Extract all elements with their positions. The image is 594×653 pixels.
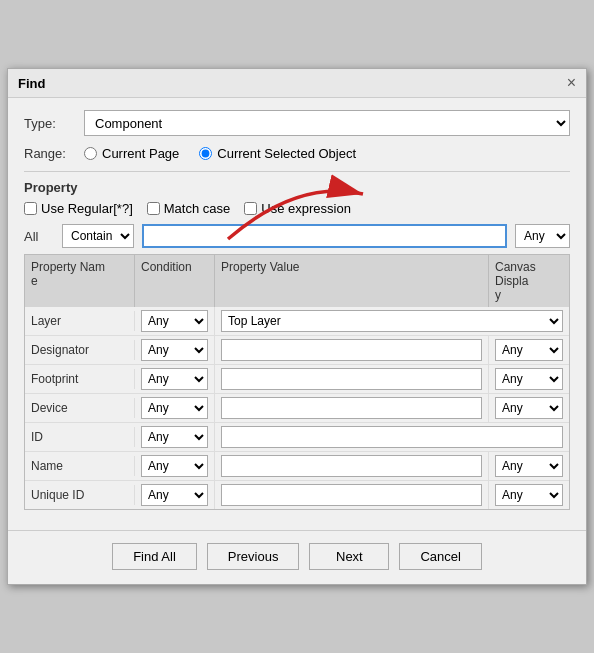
col-canvas-display: Canvas Display [489, 255, 569, 307]
row-designator-value[interactable] [215, 336, 489, 364]
property-header: Property [24, 180, 570, 195]
row-device-display[interactable]: Any [489, 394, 569, 422]
footprint-display-select[interactable]: Any [495, 368, 563, 390]
match-case-label: Match case [164, 201, 230, 216]
dialog-title: Find [18, 76, 45, 91]
row-footprint-display[interactable]: Any [489, 365, 569, 393]
layer-value-select[interactable]: Top Layer [221, 310, 563, 332]
range-option-selected-object[interactable]: Current Selected Object [199, 146, 356, 161]
row-id-condition[interactable]: Any [135, 423, 215, 451]
table-row: ID Any [25, 423, 569, 452]
row-designator-name: Designator [25, 340, 135, 360]
radio-group: Current Page Current Selected Object [84, 146, 356, 161]
row-id-name: ID [25, 427, 135, 447]
row-footprint-value[interactable] [215, 365, 489, 393]
next-button[interactable]: Next [309, 543, 389, 570]
table-header: Property Name Condition Property Value C… [24, 254, 570, 307]
cancel-button[interactable]: Cancel [399, 543, 481, 570]
footprint-value-input[interactable] [221, 368, 482, 390]
row-uniqueid-value[interactable] [215, 481, 489, 509]
designator-value-input[interactable] [221, 339, 482, 361]
uniqueid-condition-select[interactable]: Any [141, 484, 208, 506]
row-footprint-name: Footprint [25, 369, 135, 389]
row-footprint-condition[interactable]: Any [135, 365, 215, 393]
row-designator-display[interactable]: Any [489, 336, 569, 364]
range-option-current-page[interactable]: Current Page [84, 146, 179, 161]
uniqueid-value-input[interactable] [221, 484, 482, 506]
all-label: All [24, 229, 54, 244]
row-id-value[interactable] [215, 423, 569, 451]
match-case-checkbox[interactable] [147, 202, 160, 215]
footer-buttons: Find All Previous Next Cancel [8, 530, 586, 584]
device-value-input[interactable] [221, 397, 482, 419]
use-regular-checkbox-label[interactable]: Use Regular[*?] [24, 201, 133, 216]
section-divider [24, 171, 570, 172]
row-name-name: Name [25, 456, 135, 476]
row-name-condition[interactable]: Any [135, 452, 215, 480]
row-uniqueid-condition[interactable]: Any [135, 481, 215, 509]
name-value-input[interactable] [221, 455, 482, 477]
use-expression-checkbox[interactable] [244, 202, 257, 215]
type-label: Type: [24, 116, 84, 131]
designator-condition-select[interactable]: Any [141, 339, 208, 361]
any-select[interactable]: Any [515, 224, 570, 248]
table-row: Layer Any Top Layer [25, 307, 569, 336]
device-condition-select[interactable]: Any [141, 397, 208, 419]
footprint-condition-select[interactable]: Any [141, 368, 208, 390]
all-filter-row: All Contain Any [24, 224, 570, 248]
previous-button[interactable]: Previous [207, 543, 300, 570]
table-row: Device Any Any [25, 394, 569, 423]
find-dialog: Find × Type: Component Range: Current Pa… [7, 68, 587, 585]
col-property-name: Property Name [25, 255, 135, 307]
close-button[interactable]: × [567, 75, 576, 91]
dialog-body: Type: Component Range: Current Page Curr… [8, 98, 586, 522]
filter-value-input[interactable] [142, 224, 507, 248]
range-radio-selected-object[interactable] [199, 147, 212, 160]
uniqueid-display-select[interactable]: Any [495, 484, 563, 506]
id-condition-select[interactable]: Any [141, 426, 208, 448]
range-row: Range: Current Page Current Selected Obj… [24, 146, 570, 161]
table-row: Name Any Any [25, 452, 569, 481]
row-layer-condition[interactable]: Any [135, 307, 215, 335]
id-value-input[interactable] [221, 426, 563, 448]
find-all-button[interactable]: Find All [112, 543, 197, 570]
row-uniqueid-name: Unique ID [25, 485, 135, 505]
range-current-page-label: Current Page [102, 146, 179, 161]
type-select[interactable]: Component [84, 110, 570, 136]
row-layer-name: Layer [25, 311, 135, 331]
device-display-select[interactable]: Any [495, 397, 563, 419]
table-row: Footprint Any Any [25, 365, 569, 394]
type-row: Type: Component [24, 110, 570, 136]
row-name-display[interactable]: Any [489, 452, 569, 480]
col-property-value: Property Value [215, 255, 489, 307]
table-row: Unique ID Any Any [25, 481, 569, 509]
row-device-condition[interactable]: Any [135, 394, 215, 422]
row-device-name: Device [25, 398, 135, 418]
layer-condition-select[interactable]: Any [141, 310, 208, 332]
row-device-value[interactable] [215, 394, 489, 422]
row-designator-condition[interactable]: Any [135, 336, 215, 364]
use-expression-checkbox-label[interactable]: Use expression [244, 201, 351, 216]
table-row: Designator Any Any [25, 336, 569, 365]
name-condition-select[interactable]: Any [141, 455, 208, 477]
name-display-select[interactable]: Any [495, 455, 563, 477]
row-uniqueid-display[interactable]: Any [489, 481, 569, 509]
contain-select[interactable]: Contain [62, 224, 134, 248]
property-table-body: Layer Any Top Layer Designator Any Any [24, 307, 570, 510]
title-bar: Find × [8, 69, 586, 98]
checkboxes-row: Use Regular[*?] Match case Use expressio… [24, 201, 570, 216]
designator-display-select[interactable]: Any [495, 339, 563, 361]
match-case-checkbox-label[interactable]: Match case [147, 201, 230, 216]
row-name-value[interactable] [215, 452, 489, 480]
use-expression-label: Use expression [261, 201, 351, 216]
col-condition: Condition [135, 255, 215, 307]
range-radio-current-page[interactable] [84, 147, 97, 160]
use-regular-checkbox[interactable] [24, 202, 37, 215]
range-selected-object-label: Current Selected Object [217, 146, 356, 161]
use-regular-label: Use Regular[*?] [41, 201, 133, 216]
range-label: Range: [24, 146, 84, 161]
row-layer-value[interactable]: Top Layer [215, 307, 569, 335]
